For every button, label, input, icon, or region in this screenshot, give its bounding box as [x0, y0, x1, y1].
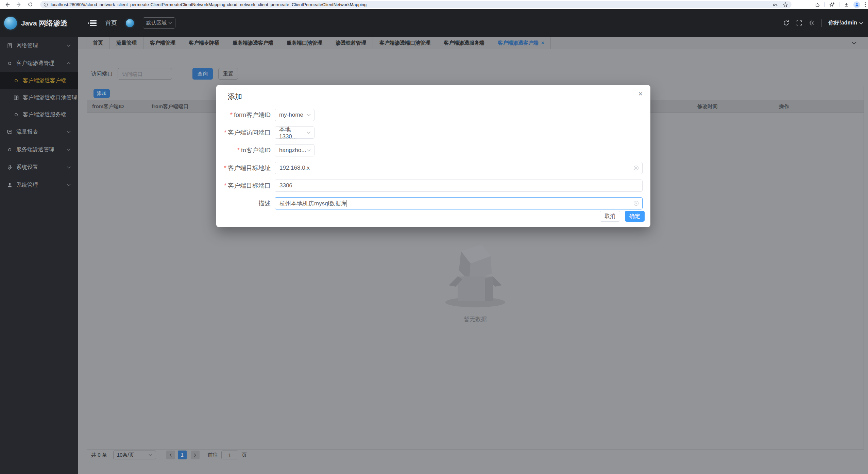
tab-permeate-mapping[interactable]: 渗透映射管理 — [329, 37, 373, 49]
chevron-down-icon — [67, 131, 71, 133]
chevron-right-icon — [194, 453, 196, 457]
tab-client-mgmt[interactable]: 客户端管理 — [143, 37, 182, 49]
page-number-button[interactable]: 1 — [178, 451, 187, 459]
back-icon[interactable] — [3, 1, 12, 8]
page-size-value: 10条/页 — [117, 452, 134, 458]
theme-icon[interactable] — [809, 20, 815, 26]
chevron-down-icon — [307, 149, 311, 152]
fullscreen-icon[interactable] — [796, 20, 802, 26]
chevron-down-icon — [67, 44, 71, 47]
link-icon — [7, 147, 13, 153]
sidebar: 网络管理 客户端渗透管理 客户端渗透客户端 客户端渗透端口池管理 — [0, 37, 78, 474]
refresh-icon[interactable] — [783, 20, 789, 26]
region-select[interactable]: 默认区域 — [143, 17, 175, 29]
goto-page-input[interactable] — [221, 451, 238, 459]
sidebar-item-system-mgmt[interactable]: 系统管理 — [0, 176, 78, 194]
download-icon[interactable] — [844, 2, 849, 7]
client-target-address-input[interactable] — [275, 162, 643, 174]
sidebar-item-client-permeate-port-pool[interactable]: 客户端渗透端口池管理 — [0, 89, 78, 106]
confirm-button[interactable]: 确定 — [625, 211, 645, 222]
field-label-to-client-id: *to客户端ID — [223, 146, 275, 154]
prev-page-button[interactable] — [166, 451, 175, 459]
tab-client-permeate-server[interactable]: 客户端渗透服务端 — [437, 37, 491, 49]
profile-avatar[interactable] — [853, 1, 860, 8]
home-link[interactable]: 首页 — [105, 19, 117, 27]
required-asterisk: * — [224, 129, 226, 136]
sidebar-item-system-settings[interactable]: 系统设置 — [0, 158, 78, 176]
extensions-icon[interactable] — [815, 2, 820, 7]
link-icon — [7, 61, 13, 66]
column-header-modified-time: 修改时间 — [697, 100, 718, 113]
sidebar-item-label: 系统管理 — [16, 182, 38, 189]
field-label-description: 描述 — [223, 199, 275, 207]
sidebar-item-client-permeate-client[interactable]: 客户端渗透客户端 — [0, 72, 78, 89]
select-value: 本地1330... — [279, 125, 307, 140]
column-header-from-client-id: from客户端ID — [92, 100, 124, 113]
reload-icon[interactable] — [26, 1, 35, 8]
clear-input-icon[interactable] — [633, 165, 639, 171]
dialog-close-icon[interactable]: ✕ — [638, 90, 643, 98]
select-value: hangzho... — [279, 147, 306, 154]
required-asterisk: * — [230, 112, 233, 118]
document-icon — [7, 43, 13, 49]
user-menu[interactable]: 你好!admin — [829, 19, 863, 27]
sidebar-collapse-icon[interactable] — [88, 19, 97, 27]
chart-board-icon — [7, 129, 13, 135]
page-size-select[interactable]: 10条/页 — [113, 451, 156, 459]
sidebar-item-server-permeate-mgmt[interactable]: 服务端渗透管理 — [0, 141, 78, 158]
required-asterisk: * — [224, 182, 226, 189]
bookmark-star-icon[interactable] — [783, 2, 788, 7]
pagination: 共 0 条 10条/页 1 前往 页 — [91, 451, 247, 459]
to-client-id-select[interactable]: hangzho... — [275, 144, 314, 156]
tab-close-icon[interactable]: × — [541, 40, 544, 46]
description-input[interactable] — [275, 197, 643, 209]
cancel-button[interactable]: 取消 — [600, 211, 620, 222]
client-access-port-select[interactable]: 本地1330... — [275, 126, 314, 139]
site-info-icon[interactable] — [44, 2, 48, 7]
sidebar-item-label: 客户端渗透服务端 — [23, 111, 66, 118]
add-button[interactable]: 添加 — [93, 89, 110, 98]
empty-text: 暂无数据 — [464, 315, 487, 323]
dialog-title: 添加 — [228, 92, 242, 101]
tab-client-permeate-port-pool[interactable]: 客户端渗透端口池管理 — [373, 37, 437, 49]
tab-traffic-mgmt[interactable]: 流量管理 — [110, 37, 143, 49]
app-title: Java 网络渗透 — [21, 18, 68, 28]
forward-icon[interactable] — [14, 1, 23, 8]
empty-box-illustration — [441, 236, 509, 309]
microphone-icon — [7, 165, 13, 170]
tab-client-token-bucket[interactable]: 客户端令牌桶 — [182, 37, 226, 49]
field-label-client-access-port: *客户端访问端口 — [223, 129, 275, 137]
sidebar-item-network-mgmt[interactable]: 网络管理 — [0, 37, 78, 54]
sidebar-item-client-permeate-mgmt[interactable]: 客户端渗透管理 — [0, 54, 78, 72]
search-input[interactable] — [118, 68, 172, 80]
sidebar-item-client-permeate-server[interactable]: 客户端渗透服务端 — [0, 106, 78, 123]
chevron-up-icon — [67, 62, 71, 65]
sidebar-item-label: 客户端渗透端口池管理 — [23, 94, 77, 101]
tab-server-port-pool[interactable]: 服务端口池管理 — [280, 37, 329, 49]
add-dialog: 添加 ✕ *form客户端ID my-home *客户端访问端口 本地1330.… — [216, 85, 650, 227]
tab-home[interactable]: 首页 — [86, 37, 110, 49]
clear-input-icon[interactable] — [633, 201, 639, 206]
tab-client-permeate-client[interactable]: 客户端渗透客户端 × — [491, 37, 551, 49]
tab-server-permeate-client[interactable]: 服务端渗透客户端 — [226, 37, 280, 49]
mini-logo-icon[interactable] — [126, 19, 134, 27]
sidebar-item-label: 客户端渗透客户端 — [23, 77, 66, 84]
browser-menu-icon[interactable] — [865, 2, 866, 7]
sparkle-star-icon[interactable] — [829, 2, 835, 7]
divider — [821, 19, 822, 27]
form-client-id-select[interactable]: my-home — [275, 109, 314, 121]
tab-bar: 首页 流量管理 客户端管理 客户端令牌桶 服务端渗透客户端 服务端口池管理 渗透… — [78, 37, 868, 49]
chevron-down-icon — [307, 114, 311, 116]
next-page-button[interactable] — [191, 451, 200, 459]
field-label-client-target-port: *客户端目标端口 — [223, 182, 275, 190]
url-bar[interactable]: localhost:28080/#/cloud_network_client_p… — [40, 1, 792, 8]
reset-button[interactable]: 重置 — [218, 68, 238, 80]
sidebar-item-label: 流量报表 — [16, 129, 38, 136]
password-key-icon[interactable] — [772, 2, 778, 7]
query-button[interactable]: 查询 — [192, 68, 213, 80]
app-logo-icon — [4, 17, 17, 30]
sidebar-item-traffic-report[interactable]: 流量报表 — [0, 123, 78, 141]
chevron-down-icon — [67, 148, 71, 151]
client-target-port-input[interactable] — [275, 180, 643, 192]
tab-overflow-chevron-icon[interactable] — [852, 37, 856, 49]
